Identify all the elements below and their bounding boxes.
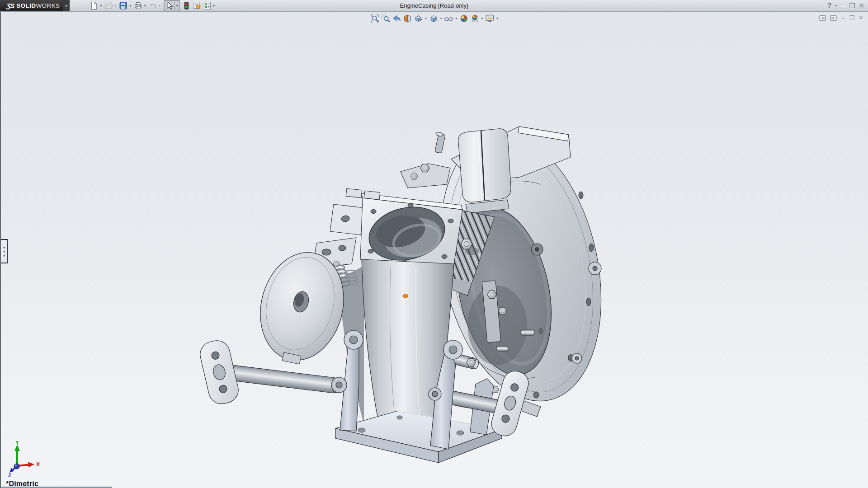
collapse-arrow-icon: ◂ — [3, 253, 5, 258]
view-settings-button[interactable] — [484, 13, 495, 24]
triad-x-label: X — [36, 461, 40, 468]
document-title: EngineCasing [Read-only] — [400, 2, 468, 9]
brand-glyph-icon: ƷS — [6, 2, 14, 9]
new-document-icon — [90, 1, 98, 10]
options-dropdown[interactable]: ▾ — [213, 4, 215, 8]
new-document-button[interactable] — [89, 0, 99, 11]
options-checklist-icon — [203, 1, 212, 10]
select-cursor-icon — [165, 1, 174, 10]
brand-solid: SOLID — [16, 2, 36, 9]
save-floppy-icon — [119, 1, 127, 10]
open-dropdown[interactable]: ▾ — [115, 4, 117, 8]
previous-view-button[interactable] — [391, 13, 402, 24]
select-tool-group: ▾ — [164, 0, 180, 11]
file-properties-button[interactable] — [192, 0, 202, 11]
document-minimize-button[interactable]: ─ — [841, 14, 845, 21]
section-view-button[interactable] — [402, 13, 413, 24]
view-orientation-button[interactable] — [413, 13, 424, 24]
print-button[interactable] — [133, 0, 143, 11]
restore-button[interactable]: ❐ — [849, 0, 855, 11]
pane-right-icon — [830, 15, 837, 21]
help-button[interactable]: ? — [827, 0, 832, 11]
close-button[interactable]: ✕ — [859, 0, 864, 11]
save-button[interactable] — [118, 0, 128, 11]
document-restore-button[interactable]: ❐ — [849, 14, 854, 21]
undo-icon — [149, 1, 157, 10]
document-close-button[interactable]: ✕ — [859, 14, 863, 21]
view-settings-dropdown[interactable]: ▾ — [496, 17, 498, 20]
hide-show-items-dropdown[interactable]: ▾ — [455, 17, 457, 20]
options-button[interactable] — [202, 0, 212, 11]
zoom-to-area-icon — [381, 14, 390, 23]
view-orientation-icon — [414, 14, 423, 23]
help-dropdown[interactable]: ▾ — [835, 4, 837, 8]
open-button[interactable] — [104, 0, 114, 11]
rebuild-button[interactable] — [181, 0, 192, 11]
headsup-view-toolbar: ▾ ▾ ▾ — [369, 13, 500, 24]
brand-works: WORKS — [36, 2, 60, 9]
document-window-controls: ─ ❐ ✕ — [819, 14, 863, 21]
print-icon — [134, 1, 142, 10]
window-controls: ? ▾ ─ ❐ ✕ — [827, 0, 864, 11]
save-dropdown[interactable]: ▾ — [129, 4, 131, 8]
zoom-to-fit-icon — [370, 14, 379, 23]
solidworks-window: ƷS SOLID WORKS ▸ ▾ ▾ — [0, 0, 868, 488]
triad-z-label: Z — [8, 473, 11, 478]
display-style-button[interactable] — [428, 13, 439, 24]
triad-y-label: Y — [15, 441, 19, 446]
file-properties-icon — [193, 1, 201, 10]
engine-casing-model[interactable] — [0, 0, 868, 488]
standard-toolbar: ▾ ▾ ▾ — [89, 0, 217, 11]
eyeglasses-icon — [444, 14, 453, 23]
print-dropdown[interactable]: ▾ — [144, 4, 146, 8]
previous-view-icon — [392, 14, 401, 23]
titlebar: ƷS SOLID WORKS ▸ ▾ ▾ — [0, 0, 868, 12]
view-orientation-dropdown[interactable]: ▾ — [425, 17, 427, 20]
view-settings-icon — [485, 14, 494, 23]
zoom-to-area-button[interactable] — [380, 13, 391, 24]
undo-dropdown[interactable]: ▾ — [159, 4, 161, 8]
apply-scene-icon — [470, 14, 479, 23]
status-edge-line — [1, 487, 112, 488]
collapse-arrow-icon: ◂ — [3, 245, 5, 249]
selection-point[interactable] — [404, 294, 408, 298]
collapse-arrow-icon: ◂ — [3, 249, 5, 253]
apply-scene-button[interactable] — [469, 13, 480, 24]
pane-left-button[interactable] — [819, 15, 826, 21]
featuremanager-collapsed-tab[interactable]: ◂ ◂ ◂ — [1, 239, 8, 263]
select-dropdown[interactable]: ▾ — [175, 1, 179, 10]
undo-button[interactable] — [148, 0, 158, 11]
graphics-area[interactable]: ▾ ▾ ▾ — [0, 12, 868, 488]
new-dropdown[interactable]: ▾ — [100, 4, 102, 8]
open-folder-icon — [104, 1, 113, 10]
hide-show-items-button[interactable] — [443, 13, 454, 24]
stand-front-left-arm — [331, 330, 363, 431]
edit-appearance-button[interactable] — [458, 13, 469, 24]
pane-left-icon — [819, 15, 826, 21]
pane-right-button[interactable] — [830, 15, 837, 21]
section-view-icon — [403, 14, 412, 23]
apply-scene-dropdown[interactable]: ▾ — [481, 17, 483, 20]
traffic-light-icon — [182, 1, 191, 10]
menu-expand-arrow[interactable]: ▸ — [63, 0, 70, 11]
select-tool-button[interactable] — [164, 1, 175, 10]
display-style-dropdown[interactable]: ▾ — [440, 17, 442, 20]
solidworks-logo: ƷS SOLID WORKS ▸ — [0, 0, 70, 11]
display-style-icon — [429, 14, 438, 23]
minimize-button[interactable]: ─ — [840, 0, 845, 11]
zoom-to-fit-button[interactable] — [369, 13, 380, 24]
appearance-sphere-icon — [459, 14, 468, 23]
